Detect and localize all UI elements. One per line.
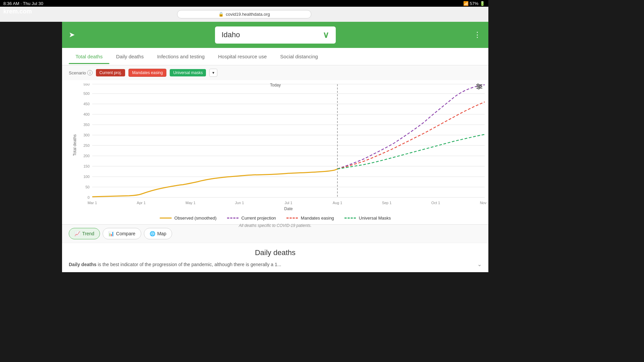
daily-deaths-section: Daily deaths Daily deaths is the best in… <box>62 243 488 272</box>
tab-hospital-resource[interactable]: Hospital resource use <box>211 49 273 64</box>
chart-legend: Observed (smoothed) Current projection M… <box>65 212 485 222</box>
location-selector[interactable]: Idaho ∨ <box>215 26 336 44</box>
controls-bar: Scenario i Current proj. Mandates easing… <box>62 65 488 80</box>
svg-text:Aug 1: Aug 1 <box>333 201 342 205</box>
app-container: ➤ Idaho ∨ ⋮ Total deaths Daily deaths In… <box>62 22 488 272</box>
chart-footnote: All deaths specific to COVID-19 patients… <box>65 222 485 230</box>
observed-line <box>92 169 337 197</box>
svg-text:Nov 1: Nov 1 <box>480 201 488 205</box>
svg-text:400: 400 <box>84 112 90 116</box>
svg-text:May 1: May 1 <box>185 201 196 205</box>
legend-universal-masks: Universal Masks <box>344 216 391 221</box>
lock-icon: 🔒 <box>218 12 224 17</box>
svg-text:Jul 1: Jul 1 <box>284 201 292 205</box>
tab-infections-testing[interactable]: Infections and testing <box>150 49 211 64</box>
app-header: ➤ Idaho ∨ ⋮ <box>62 22 488 48</box>
legend-observed: Observed (smoothed) <box>160 216 217 221</box>
badge-universal-masks[interactable]: Universal masks <box>170 69 206 76</box>
legend-current-projection: Current projection <box>227 216 276 221</box>
svg-point-3 <box>477 84 479 86</box>
legend-current-projection-line <box>227 218 239 219</box>
svg-text:Apr 1: Apr 1 <box>137 201 146 205</box>
url-text: covid19.healthdata.org <box>226 12 270 17</box>
svg-text:350: 350 <box>84 123 90 127</box>
chart-container: Today Total deaths 0 50 <box>62 80 488 224</box>
daily-deaths-text: is the best indicator of the progression… <box>98 262 281 267</box>
toggle-button[interactable]: ▾ <box>209 69 217 77</box>
svg-text:Sep 1: Sep 1 <box>382 201 392 205</box>
legend-universal-masks-line <box>344 218 356 219</box>
info-icon[interactable]: i <box>87 70 93 75</box>
svg-point-4 <box>480 86 481 87</box>
today-label: Today <box>270 83 281 87</box>
svg-text:Mar 1: Mar 1 <box>88 201 97 205</box>
chart-svg: 0 50 100 150 200 250 300 350 400 450 500… <box>79 83 488 211</box>
current-projection-line <box>337 85 485 169</box>
svg-text:450: 450 <box>84 102 90 106</box>
chart-settings-icon[interactable] <box>476 83 483 92</box>
svg-text:250: 250 <box>84 143 90 147</box>
trend-icon: 📈 <box>74 231 80 236</box>
y-axis: 0 50 100 150 200 250 300 350 400 450 500… <box>84 83 485 199</box>
svg-text:150: 150 <box>84 164 90 168</box>
y-axis-label: Total deaths <box>72 134 77 156</box>
compare-icon: 📊 <box>108 231 114 236</box>
svg-text:200: 200 <box>84 154 90 158</box>
tab-daily-deaths[interactable]: Daily deaths <box>109 49 151 64</box>
x-axis: Mar 1 Apr 1 May 1 Jun 1 Jul 1 Aug 1 Sep … <box>88 201 488 211</box>
map-icon: 🌐 <box>150 231 155 236</box>
mandates-easing-line <box>337 102 485 169</box>
url-bar[interactable]: 🔒 covid19.healthdata.org <box>177 10 311 18</box>
tabs-bar: Total deaths Daily deaths Infections and… <box>62 48 488 65</box>
svg-text:50: 50 <box>86 185 90 189</box>
tab-total-deaths[interactable]: Total deaths <box>69 49 109 64</box>
navigation-icon[interactable]: ➤ <box>69 31 75 39</box>
svg-text:Jun 1: Jun 1 <box>235 201 244 205</box>
status-time: 8:36 AM · Thu Jul 30 <box>3 1 43 6</box>
status-icons: 📶 57% 🔋 <box>463 1 485 6</box>
legend-mandates-easing: Mandates easing <box>286 216 334 221</box>
krem-label: krem.com <box>3 8 32 15</box>
legend-mandates-easing-line <box>286 218 298 219</box>
svg-text:500: 500 <box>84 92 90 96</box>
legend-observed-line <box>160 218 172 219</box>
scenario-label: Scenario i <box>69 70 93 75</box>
svg-text:Oct 1: Oct 1 <box>431 201 440 205</box>
status-bar: 8:36 AM · Thu Jul 30 📶 57% 🔋 <box>0 0 488 7</box>
daily-deaths-bold: Daily deaths <box>69 262 96 267</box>
daily-deaths-desc: Daily deaths is the best indicator of th… <box>69 261 482 267</box>
daily-deaths-title: Daily deaths <box>69 248 482 257</box>
tab-social-distancing[interactable]: Social distancing <box>273 49 325 64</box>
svg-point-5 <box>478 87 480 89</box>
svg-text:0: 0 <box>88 195 90 199</box>
location-name: Idaho <box>222 31 240 39</box>
expand-icon[interactable]: ⌄ <box>477 261 482 267</box>
svg-text:300: 300 <box>84 133 90 137</box>
svg-text:100: 100 <box>84 175 90 179</box>
badge-current-projection[interactable]: Current proj. <box>96 69 125 76</box>
badge-mandates-easing[interactable]: Mandates easing <box>128 69 166 77</box>
svg-text:Date: Date <box>284 206 293 211</box>
more-options-icon[interactable]: ⋮ <box>474 31 482 39</box>
dropdown-chevron-icon: ∨ <box>323 30 329 40</box>
svg-text:550: 550 <box>84 83 90 86</box>
